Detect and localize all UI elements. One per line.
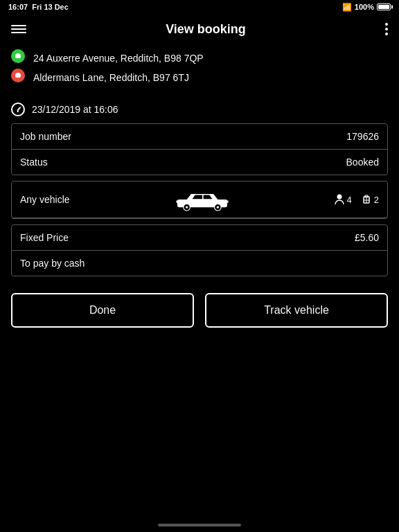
- locations-section: 24 Auxerre Avenue, Redditch, B98 7QP Ald…: [0, 44, 399, 91]
- vehicle-name: Any vehicle: [20, 194, 70, 205]
- dropoff-address: Aldermans Lane, Redditch, B97 6TJ: [33, 72, 189, 83]
- status-label: Status: [20, 157, 48, 168]
- dropoff-row: Aldermans Lane, Redditch, B97 6TJ: [11, 71, 388, 85]
- pickup-row: 24 Auxerre Avenue, Redditch, B98 7QP: [11, 51, 388, 65]
- payment-method-label: To pay by cash: [20, 258, 85, 269]
- vehicle-card: Any vehicle: [11, 181, 388, 219]
- battery-percentage: 100%: [355, 3, 374, 11]
- action-buttons: Done Track vehicle: [0, 276, 399, 344]
- datetime-section: 23/12/2019 at 16:06: [0, 91, 399, 123]
- done-button[interactable]: Done: [11, 293, 194, 328]
- fixed-price-row: Fixed Price £5.60: [12, 225, 387, 251]
- svg-point-10: [216, 206, 218, 209]
- status-bar: 16:07 Fri 13 Dec 📶 100%: [0, 0, 399, 14]
- payment-method-row: To pay by cash: [12, 251, 387, 276]
- job-number-row: Job number 179626: [12, 124, 387, 150]
- svg-point-13: [337, 195, 342, 200]
- luggage-count: 2: [374, 195, 379, 205]
- booking-info-card: Job number 179626 Status Booked: [11, 123, 388, 175]
- battery-icon: [377, 3, 391, 10]
- pickup-address: 24 Auxerre Avenue, Redditch, B98 7QP: [33, 53, 204, 64]
- status-time: 16:07 Fri 13 Dec: [8, 3, 69, 11]
- status-indicators: 📶 100%: [342, 3, 391, 12]
- passenger-count: 4: [347, 195, 352, 205]
- passenger-stat: 4: [335, 194, 352, 205]
- job-number-label: Job number: [20, 131, 71, 142]
- svg-rect-12: [176, 201, 178, 203]
- status-value: Booked: [346, 157, 379, 168]
- svg-rect-11: [226, 201, 228, 203]
- car-image: [175, 187, 230, 212]
- pickup-pin: [11, 51, 25, 65]
- datetime-text: 23/12/2019 at 16:06: [32, 104, 118, 115]
- track-vehicle-button[interactable]: Track vehicle: [205, 293, 388, 328]
- vehicle-row: Any vehicle: [12, 181, 387, 218]
- status-row: Status Booked: [12, 150, 387, 175]
- clock-icon: [11, 103, 25, 116]
- menu-button[interactable]: [11, 25, 26, 33]
- job-number-value: 179626: [346, 131, 379, 142]
- fixed-price-value: £5.60: [355, 232, 379, 243]
- page-title: View booking: [166, 22, 246, 37]
- price-card: Fixed Price £5.60 To pay by cash: [11, 224, 388, 276]
- svg-point-9: [186, 206, 188, 209]
- header: View booking: [0, 14, 399, 44]
- dropoff-pin: [11, 71, 25, 85]
- svg-point-1: [15, 53, 21, 59]
- more-button[interactable]: [385, 23, 388, 35]
- svg-point-4: [15, 73, 21, 78]
- luggage-stat: 2: [362, 194, 379, 205]
- home-indicator: [158, 524, 241, 526]
- fixed-price-label: Fixed Price: [20, 232, 69, 243]
- vehicle-stats: 4 2: [335, 194, 379, 205]
- wifi-icon: 📶: [342, 3, 352, 12]
